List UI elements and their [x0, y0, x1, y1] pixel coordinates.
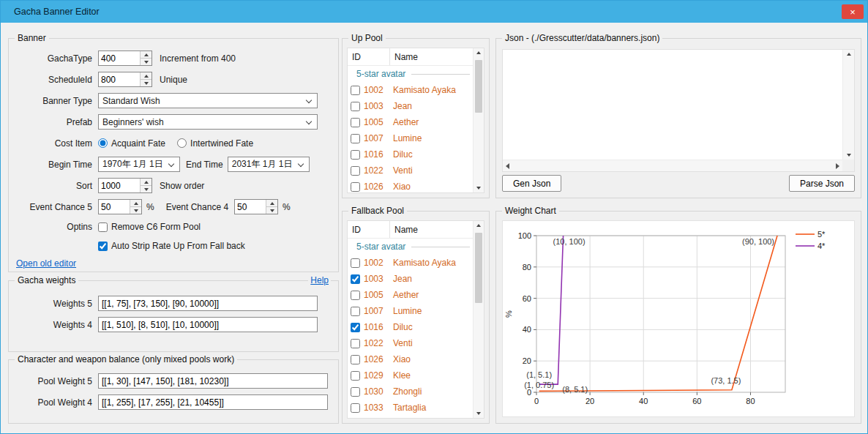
pool-row[interactable]: 1016Diluc	[348, 146, 473, 162]
event-chance-5-input[interactable]	[99, 200, 130, 214]
scrollbar-thumb[interactable]	[475, 233, 482, 303]
json-content[interactable]	[503, 50, 842, 160]
pool-row-checkbox[interactable]	[351, 403, 360, 413]
spin-up-icon[interactable]	[266, 200, 277, 206]
weights-5-input[interactable]	[98, 296, 318, 311]
help-link[interactable]: Help	[308, 275, 331, 285]
schedule-id-spinner[interactable]	[98, 72, 152, 87]
sort-input[interactable]	[99, 179, 140, 192]
parse-json-button[interactable]: Parse Json	[789, 175, 855, 192]
fallback-pool-col-id: ID	[348, 221, 390, 238]
open-old-editor-link[interactable]: Open old editor	[16, 258, 76, 269]
spin-up-icon[interactable]	[141, 72, 151, 79]
pool-row[interactable]: 1026Xiao	[348, 351, 473, 367]
pool-row[interactable]: 1026Xiao	[348, 179, 473, 193]
pool-row[interactable]: 1003Jean	[348, 271, 473, 287]
gacha-type-spinner[interactable]	[98, 50, 152, 66]
pool-row[interactable]: 1005Aether	[348, 287, 473, 303]
pool-row-name: Kamisato Ayaka	[393, 258, 456, 268]
pool-row-checkbox[interactable]	[351, 339, 360, 348]
scroll-right-icon[interactable]	[836, 163, 839, 169]
scroll-left-icon[interactable]	[506, 163, 509, 169]
end-time-label: End Time	[186, 160, 223, 170]
pool-row-checkbox[interactable]	[351, 118, 360, 127]
schedule-id-hint: Unique	[160, 75, 187, 85]
pool-row-checkbox[interactable]	[351, 102, 360, 111]
up-pool-scrollbar[interactable]	[473, 48, 484, 192]
spin-up-icon[interactable]	[141, 179, 151, 185]
cost-item-option-acquaint[interactable]: Acquaint Fate	[98, 138, 165, 149]
spin-down-icon[interactable]	[130, 206, 141, 214]
weights-4-input[interactable]	[98, 317, 318, 332]
spin-down-icon[interactable]	[141, 79, 151, 86]
spin-up-icon[interactable]	[141, 51, 151, 58]
json-editor[interactable]	[502, 49, 855, 172]
pool-row-checkbox[interactable]	[351, 134, 360, 143]
pool-row[interactable]: 1035Qiqi	[348, 416, 473, 419]
event-chance-4-input[interactable]	[235, 200, 266, 214]
scroll-down-icon[interactable]	[847, 154, 851, 157]
pool-row-checkbox[interactable]	[351, 274, 360, 284]
gacha-type-input[interactable]	[99, 51, 140, 65]
banner-type-select[interactable]: Standard Wish	[98, 93, 318, 108]
sort-spinner[interactable]	[98, 178, 152, 193]
scroll-up-icon[interactable]	[847, 53, 851, 56]
pool-row[interactable]: 1022Venti	[348, 335, 473, 351]
pool-row-checkbox[interactable]	[351, 307, 360, 316]
pool-row[interactable]: 1029Klee	[348, 367, 473, 384]
pool-row[interactable]: 1007Lumine	[348, 130, 473, 146]
spin-down-icon[interactable]	[141, 185, 151, 192]
remove-c6-label: Remove C6 Form Pool	[111, 222, 201, 232]
spin-down-icon[interactable]	[141, 58, 151, 65]
pool-row-checkbox[interactable]	[351, 166, 360, 176]
pool-row-name: Aether	[393, 290, 419, 300]
pool-row-checkbox[interactable]	[351, 150, 360, 160]
pool-weight-5-input[interactable]	[98, 373, 328, 389]
schedule-id-input[interactable]	[99, 72, 140, 86]
pool-row[interactable]: 1002Kamisato Ayaka	[348, 82, 473, 98]
auto-strip-checkbox[interactable]	[98, 242, 108, 251]
fallback-pool-scrollbar[interactable]	[473, 221, 484, 418]
pool-row-id: 1033	[364, 403, 393, 413]
json-horizontal-scrollbar[interactable]	[503, 160, 842, 171]
scroll-up-icon[interactable]	[476, 224, 481, 227]
pool-row-checkbox[interactable]	[351, 371, 360, 381]
pool-weight-4-input[interactable]	[98, 394, 328, 410]
pool-row[interactable]: 1033Tartaglia	[348, 400, 473, 416]
pool-row-checkbox[interactable]	[351, 355, 360, 364]
pool-row-checkbox[interactable]	[351, 86, 360, 95]
pool-row[interactable]: 1003Jean	[348, 98, 473, 114]
scroll-down-icon[interactable]	[476, 187, 481, 190]
prefab-select[interactable]: Beginners' wish	[98, 114, 318, 130]
pool-row[interactable]: 1022Venti	[348, 162, 473, 179]
pool-row[interactable]: 1005Aether	[348, 114, 473, 130]
remove-c6-checkbox[interactable]	[98, 222, 108, 232]
pool-row-checkbox[interactable]	[351, 291, 360, 300]
scroll-up-icon[interactable]	[476, 51, 481, 54]
svg-text:20: 20	[585, 397, 594, 405]
scrollbar-thumb[interactable]	[475, 60, 482, 113]
begin-time-picker[interactable]: 1970年 1月 1日	[98, 157, 180, 172]
pool-row-checkbox[interactable]	[351, 387, 360, 397]
event-chance-5-spinner[interactable]	[98, 199, 142, 214]
spin-down-icon[interactable]	[266, 206, 277, 214]
gen-json-button[interactable]: Gen Json	[502, 175, 561, 192]
chevron-down-icon	[306, 119, 312, 124]
event-chance-4-spinner[interactable]	[234, 199, 278, 214]
json-vertical-scrollbar[interactable]	[842, 50, 854, 160]
pool-row-id: 1030	[364, 386, 393, 397]
end-time-picker[interactable]: 2031年 1月 1日	[228, 157, 310, 172]
acquaint-fate-radio[interactable]	[98, 138, 108, 148]
scroll-down-icon[interactable]	[476, 412, 481, 415]
pool-row-checkbox[interactable]	[351, 182, 360, 192]
intertwined-fate-radio[interactable]	[177, 138, 187, 148]
spin-up-icon[interactable]	[130, 200, 141, 206]
pool-row[interactable]: 1016Diluc	[348, 319, 473, 335]
pool-row-checkbox[interactable]	[351, 323, 360, 332]
close-button[interactable]: ×	[842, 4, 864, 19]
cost-item-option-intertwined[interactable]: Intertwined Fate	[177, 138, 253, 149]
pool-row[interactable]: 1030Zhongli	[348, 384, 473, 400]
pool-row[interactable]: 1002Kamisato Ayaka	[348, 255, 473, 271]
pool-row-checkbox[interactable]	[351, 258, 360, 268]
pool-row[interactable]: 1007Lumine	[348, 303, 473, 319]
